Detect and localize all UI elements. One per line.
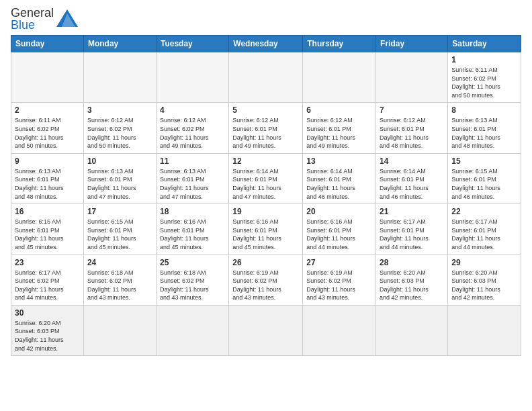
- day-cell: [83, 305, 156, 355]
- day-number: 8: [451, 105, 517, 115]
- day-cell: [229, 52, 303, 103]
- header: General Blue: [11, 7, 521, 31]
- day-cell: 28Sunrise: 6:20 AM Sunset: 6:03 PM Dayli…: [376, 255, 448, 305]
- day-info: Sunrise: 6:17 AM Sunset: 6:02 PM Dayligh…: [15, 269, 80, 302]
- day-number: 1: [451, 55, 517, 64]
- day-number: 29: [451, 258, 517, 267]
- day-cell: 11Sunrise: 6:13 AM Sunset: 6:01 PM Dayli…: [156, 153, 228, 203]
- day-cell: 27Sunrise: 6:19 AM Sunset: 6:02 PM Dayli…: [303, 255, 376, 305]
- day-cell: 26Sunrise: 6:19 AM Sunset: 6:02 PM Dayli…: [229, 255, 303, 305]
- day-cell: [156, 305, 228, 355]
- day-number: 26: [232, 258, 299, 267]
- day-cell: [448, 305, 521, 355]
- day-number: 16: [15, 207, 80, 216]
- weekday-header-friday: Friday: [376, 36, 448, 52]
- day-cell: [229, 305, 303, 355]
- day-cell: 15Sunrise: 6:15 AM Sunset: 6:01 PM Dayli…: [448, 153, 521, 203]
- day-number: 27: [306, 258, 372, 267]
- day-info: Sunrise: 6:13 AM Sunset: 6:01 PM Dayligh…: [451, 116, 517, 150]
- weekday-header-wednesday: Wednesday: [229, 36, 303, 52]
- day-info: Sunrise: 6:13 AM Sunset: 6:01 PM Dayligh…: [15, 167, 80, 201]
- day-number: 4: [160, 105, 225, 115]
- logo-icon: [55, 8, 79, 30]
- day-cell: [156, 52, 228, 103]
- day-cell: 3Sunrise: 6:12 AM Sunset: 6:02 PM Daylig…: [83, 103, 156, 153]
- day-cell: 29Sunrise: 6:20 AM Sunset: 6:03 PM Dayli…: [448, 255, 521, 305]
- day-cell: 10Sunrise: 6:13 AM Sunset: 6:01 PM Dayli…: [83, 153, 156, 203]
- day-cell: 6Sunrise: 6:12 AM Sunset: 6:01 PM Daylig…: [303, 103, 376, 153]
- day-info: Sunrise: 6:19 AM Sunset: 6:02 PM Dayligh…: [232, 269, 299, 302]
- day-cell: [303, 305, 376, 355]
- day-info: Sunrise: 6:16 AM Sunset: 6:01 PM Dayligh…: [232, 218, 299, 251]
- day-info: Sunrise: 6:12 AM Sunset: 6:02 PM Dayligh…: [87, 116, 152, 150]
- day-info: Sunrise: 6:12 AM Sunset: 6:02 PM Dayligh…: [160, 116, 225, 150]
- day-info: Sunrise: 6:13 AM Sunset: 6:01 PM Dayligh…: [87, 167, 152, 201]
- day-cell: 13Sunrise: 6:14 AM Sunset: 6:01 PM Dayli…: [303, 153, 376, 203]
- day-cell: 24Sunrise: 6:18 AM Sunset: 6:02 PM Dayli…: [83, 255, 156, 305]
- week-row-5: 23Sunrise: 6:17 AM Sunset: 6:02 PM Dayli…: [11, 255, 521, 305]
- day-cell: [376, 52, 448, 103]
- day-info: Sunrise: 6:18 AM Sunset: 6:02 PM Dayligh…: [160, 269, 225, 302]
- day-info: Sunrise: 6:20 AM Sunset: 6:03 PM Dayligh…: [15, 319, 80, 353]
- day-cell: 4Sunrise: 6:12 AM Sunset: 6:02 PM Daylig…: [156, 103, 228, 153]
- week-row-1: 1Sunrise: 6:11 AM Sunset: 6:02 PM Daylig…: [11, 52, 521, 103]
- day-info: Sunrise: 6:17 AM Sunset: 6:01 PM Dayligh…: [451, 218, 517, 251]
- day-cell: 14Sunrise: 6:14 AM Sunset: 6:01 PM Dayli…: [376, 153, 448, 203]
- day-cell: 21Sunrise: 6:17 AM Sunset: 6:01 PM Dayli…: [376, 204, 448, 255]
- day-number: 18: [160, 207, 225, 216]
- day-cell: [11, 52, 84, 103]
- day-cell: 16Sunrise: 6:15 AM Sunset: 6:01 PM Dayli…: [11, 204, 84, 255]
- day-cell: 25Sunrise: 6:18 AM Sunset: 6:02 PM Dayli…: [156, 255, 228, 305]
- day-cell: 18Sunrise: 6:16 AM Sunset: 6:01 PM Dayli…: [156, 204, 228, 255]
- day-number: 19: [232, 207, 299, 216]
- day-number: 23: [15, 258, 80, 267]
- day-info: Sunrise: 6:18 AM Sunset: 6:02 PM Dayligh…: [87, 269, 152, 302]
- day-cell: 17Sunrise: 6:15 AM Sunset: 6:01 PM Dayli…: [83, 204, 156, 255]
- day-info: Sunrise: 6:17 AM Sunset: 6:01 PM Dayligh…: [380, 218, 444, 251]
- logo: General Blue: [11, 7, 79, 31]
- week-row-6: 30Sunrise: 6:20 AM Sunset: 6:03 PM Dayli…: [11, 305, 521, 355]
- day-cell: 2Sunrise: 6:11 AM Sunset: 6:02 PM Daylig…: [11, 103, 84, 153]
- day-cell: 30Sunrise: 6:20 AM Sunset: 6:03 PM Dayli…: [11, 305, 84, 355]
- day-info: Sunrise: 6:12 AM Sunset: 6:01 PM Dayligh…: [306, 116, 372, 150]
- day-cell: 1Sunrise: 6:11 AM Sunset: 6:02 PM Daylig…: [448, 52, 521, 103]
- day-info: Sunrise: 6:19 AM Sunset: 6:02 PM Dayligh…: [306, 269, 372, 302]
- day-cell: 23Sunrise: 6:17 AM Sunset: 6:02 PM Dayli…: [11, 255, 84, 305]
- weekday-header-row: SundayMondayTuesdayWednesdayThursdayFrid…: [11, 36, 521, 52]
- week-row-3: 9Sunrise: 6:13 AM Sunset: 6:01 PM Daylig…: [11, 153, 521, 203]
- day-number: 28: [380, 258, 444, 267]
- weekday-header-sunday: Sunday: [11, 36, 84, 52]
- day-info: Sunrise: 6:15 AM Sunset: 6:01 PM Dayligh…: [87, 218, 152, 251]
- weekday-header-monday: Monday: [83, 36, 156, 52]
- day-number: 9: [15, 156, 80, 166]
- day-number: 12: [232, 156, 299, 166]
- day-number: 14: [380, 156, 444, 166]
- day-number: 30: [15, 308, 80, 318]
- calendar-table: SundayMondayTuesdayWednesdayThursdayFrid…: [11, 35, 521, 356]
- day-info: Sunrise: 6:12 AM Sunset: 6:01 PM Dayligh…: [232, 116, 299, 150]
- weekday-header-tuesday: Tuesday: [156, 36, 228, 52]
- weekday-header-thursday: Thursday: [303, 36, 376, 52]
- day-cell: 20Sunrise: 6:16 AM Sunset: 6:01 PM Dayli…: [303, 204, 376, 255]
- day-number: 11: [160, 156, 225, 166]
- day-number: 6: [306, 105, 372, 115]
- week-row-4: 16Sunrise: 6:15 AM Sunset: 6:01 PM Dayli…: [11, 204, 521, 255]
- day-number: 2: [15, 105, 80, 115]
- day-number: 3: [87, 105, 152, 115]
- day-number: 17: [87, 207, 152, 216]
- page: General Blue SundayMondayTuesdayWednesda…: [0, 0, 532, 411]
- day-info: Sunrise: 6:13 AM Sunset: 6:01 PM Dayligh…: [160, 167, 225, 201]
- day-number: 5: [232, 105, 299, 115]
- day-cell: 19Sunrise: 6:16 AM Sunset: 6:01 PM Dayli…: [229, 204, 303, 255]
- day-number: 24: [87, 258, 152, 267]
- day-cell: [83, 52, 156, 103]
- logo-blue: Blue: [11, 18, 35, 32]
- day-info: Sunrise: 6:14 AM Sunset: 6:01 PM Dayligh…: [306, 167, 372, 201]
- week-row-2: 2Sunrise: 6:11 AM Sunset: 6:02 PM Daylig…: [11, 103, 521, 153]
- day-number: 21: [380, 207, 444, 216]
- day-info: Sunrise: 6:15 AM Sunset: 6:01 PM Dayligh…: [15, 218, 80, 251]
- day-info: Sunrise: 6:15 AM Sunset: 6:01 PM Dayligh…: [451, 167, 517, 201]
- day-cell: 5Sunrise: 6:12 AM Sunset: 6:01 PM Daylig…: [229, 103, 303, 153]
- day-cell: 8Sunrise: 6:13 AM Sunset: 6:01 PM Daylig…: [448, 103, 521, 153]
- day-cell: [303, 52, 376, 103]
